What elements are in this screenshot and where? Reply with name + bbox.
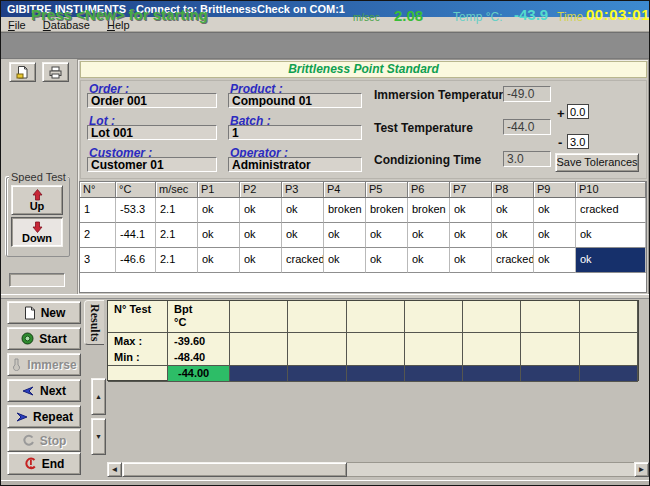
operator-field[interactable] (228, 157, 362, 172)
measure-cell-r3-c8[interactable]: ok (366, 248, 408, 273)
measure-cell-r1-c8[interactable]: broken (366, 198, 408, 223)
measure-col-header-11[interactable]: P8 (492, 182, 534, 198)
measure-cell-r2-c6[interactable]: ok (282, 223, 324, 248)
horizontal-scrollbar-thumb[interactable] (122, 462, 347, 477)
results-scroll-up-button[interactable]: ▲ (91, 378, 106, 415)
menu-file[interactable]: File (1, 17, 33, 32)
results-scroll-down-button[interactable]: ▼ (91, 418, 106, 455)
measure-cell-r3-c11[interactable]: cracked (492, 248, 534, 273)
measure-cell-r3-c2[interactable]: -46.6 (116, 248, 156, 273)
measure-cell-r1-c11[interactable]: ok (492, 198, 534, 223)
scroll-right-button[interactable]: ► (634, 462, 649, 477)
stop-button[interactable]: Stop (7, 429, 81, 452)
measure-cell-r1-c10[interactable]: ok (450, 198, 492, 223)
results-current-rowhead (108, 366, 168, 382)
measure-cell-r2-c5[interactable]: ok (240, 223, 282, 248)
measure-col-header-4[interactable]: P1 (198, 182, 240, 198)
measure-cell-r2-c9[interactable]: ok (408, 223, 450, 248)
measure-cell-r3-c12[interactable]: ok (534, 248, 576, 273)
time-label: Time (557, 10, 583, 24)
scroll-up-icon: ▲ (95, 393, 102, 400)
measure-cell-r3-c4[interactable]: ok (198, 248, 240, 273)
measure-cell-r1-c12[interactable]: ok (534, 198, 576, 223)
panel-title: Brittleness Point Standard (80, 61, 647, 78)
customer-field[interactable] (87, 157, 217, 172)
measure-cell-r2-c4[interactable]: ok (198, 223, 240, 248)
repeat-button[interactable]: Repeat (7, 405, 81, 428)
measure-cell-r1-c5[interactable]: ok (240, 198, 282, 223)
measure-cell-r1-c13[interactable]: cracked (576, 198, 646, 223)
measure-col-header-5[interactable]: P2 (240, 182, 282, 198)
measure-cell-r1-c7[interactable]: broken (324, 198, 366, 223)
product-field[interactable] (228, 93, 362, 108)
speed-up-button[interactable]: Up (11, 185, 63, 215)
batch-field[interactable] (228, 125, 362, 140)
measure-cell-r2-c2[interactable]: -44.1 (116, 223, 156, 248)
conditioning-time-field[interactable] (503, 151, 551, 167)
measure-cell-r2-c11[interactable]: ok (492, 223, 534, 248)
next-button[interactable]: Next (7, 379, 81, 402)
immersion-temp-field[interactable] (503, 86, 551, 102)
measure-col-header-10[interactable]: P7 (450, 182, 492, 198)
results-maxmin-labels: Max : Min : (108, 333, 168, 366)
measure-cell-r1-c6[interactable]: ok (282, 198, 324, 223)
speed-down-button[interactable]: Down (11, 217, 63, 247)
measure-col-header-13[interactable]: P10 (576, 182, 646, 198)
measure-cell-r3-c13[interactable]: ok (576, 248, 646, 273)
results-maxmin-empty (580, 333, 638, 366)
save-tolerances-button[interactable]: Save Tolerances (555, 153, 639, 172)
lot-field[interactable] (87, 125, 217, 140)
measure-cell-r1-c1[interactable]: 1 (80, 198, 116, 223)
new-button[interactable]: New (7, 301, 81, 324)
immerse-button[interactable]: Immerse (7, 353, 81, 376)
results-col-header-empty (288, 301, 346, 333)
scroll-left-button[interactable]: ◄ (107, 462, 122, 477)
start-button[interactable]: Start (7, 327, 81, 350)
measure-cell-r2-c8[interactable]: ok (366, 223, 408, 248)
measure-cell-r3-c3[interactable]: 2.1 (156, 248, 198, 273)
end-button-label: End (42, 457, 65, 471)
measure-cell-r1-c4[interactable]: ok (198, 198, 240, 223)
measure-cell-r2-c7[interactable]: ok (324, 223, 366, 248)
export-button[interactable] (9, 62, 36, 82)
results-continuation-cell (463, 366, 521, 382)
measure-cell-r3-c1[interactable]: 3 (80, 248, 116, 273)
measure-cell-r2-c3[interactable]: 2.1 (156, 223, 198, 248)
tolerance-minus-field[interactable] (567, 134, 589, 149)
measure-cell-r2-c13[interactable]: ok (576, 223, 646, 248)
measure-cell-r3-c7[interactable]: ok (324, 248, 366, 273)
measure-cell-r3-c9[interactable]: ok (408, 248, 450, 273)
measure-col-header-2[interactable]: °C (116, 182, 156, 198)
measure-col-header-9[interactable]: P6 (408, 182, 450, 198)
conditioning-time-label: Condizioning Time (374, 153, 481, 167)
results-table: N° Test Bpt °C Max : Min : -39.60 -48.40… (107, 300, 639, 381)
test-temp-field[interactable] (503, 119, 551, 135)
measure-cell-r1-c3[interactable]: 2.1 (156, 198, 198, 223)
speed-value: 2.08 (394, 7, 423, 24)
measure-col-header-12[interactable]: P9 (534, 182, 576, 198)
print-button[interactable] (42, 62, 69, 82)
app-window: GIBITRE INSTUMENTS - Connect to: Brittle… (0, 0, 650, 486)
tab-results[interactable]: Results (84, 300, 104, 345)
measure-col-header-6[interactable]: P3 (282, 182, 324, 198)
measure-cell-r3-c6[interactable]: cracked (282, 248, 324, 273)
end-button[interactable]: End (7, 452, 81, 475)
measure-cell-r3-c5[interactable]: ok (240, 248, 282, 273)
max-label: Max : (108, 333, 167, 349)
tolerance-plus-field[interactable] (567, 104, 589, 119)
tab-results-label: Results (87, 304, 102, 341)
measure-cell-r1-c9[interactable]: broken (408, 198, 450, 223)
measure-col-header-1[interactable]: N° (80, 182, 116, 198)
measure-cell-r1-c2[interactable]: -53.3 (116, 198, 156, 223)
measure-col-header-3[interactable]: m/sec (156, 182, 198, 198)
measure-cell-r2-c12[interactable]: ok (534, 223, 576, 248)
measure-col-header-8[interactable]: P5 (366, 182, 408, 198)
order-field[interactable] (87, 93, 217, 108)
measure-cell-r2-c1[interactable]: 2 (80, 223, 116, 248)
document-icon (15, 65, 30, 80)
measure-cell-r3-c10[interactable]: ok (450, 248, 492, 273)
measure-col-header-7[interactable]: P4 (324, 182, 366, 198)
measure-cell-r2-c10[interactable]: ok (450, 223, 492, 248)
speed-down-label: Down (22, 233, 52, 244)
scroll-left-icon: ◄ (111, 465, 119, 474)
